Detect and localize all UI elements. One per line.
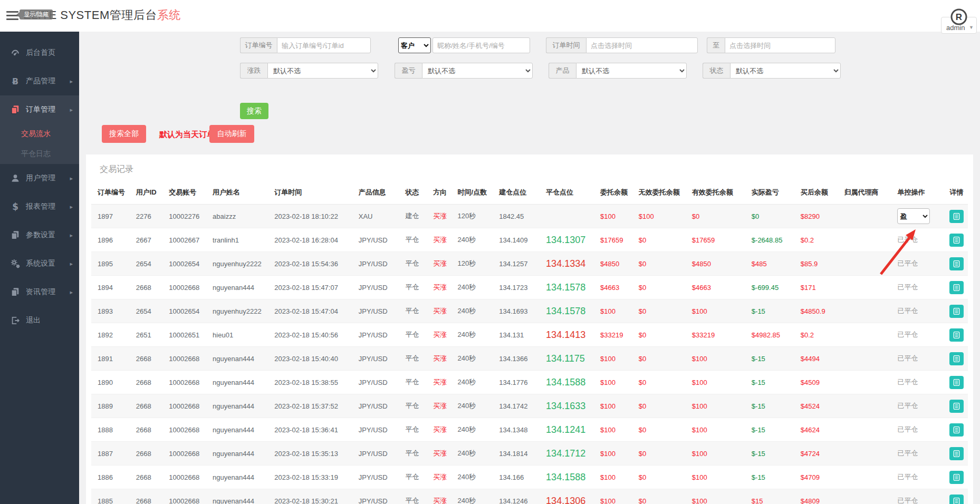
cell-entrust: $100 [600,426,616,434]
cell-duration: 120秒 [458,212,476,220]
cell-user-name: nguyenan444 [213,284,254,292]
cell-product: JPY/USD [359,355,388,363]
cell-valid-entrust: $100 [692,426,707,434]
cell-profit: $-15 [752,450,765,458]
trend-select[interactable]: 默认不选 [267,63,378,79]
cell-user-id: 2654 [136,260,151,268]
cell-direction: 买涨 [433,402,447,410]
top-header: ELITE SYSTEM管理后台系统 显示/隐藏 R admin ▼ [0,0,980,32]
sidebar-item-users[interactable]: 用户管理▸ [0,164,79,192]
sidebar-item-news[interactable]: 资讯管理▸ [0,278,79,306]
customer-type-select[interactable]: 客户 [398,37,431,53]
cell-product: JPY/USD [359,307,388,315]
time-to-input[interactable] [725,37,835,53]
sidebar-item-dashboard[interactable]: 后台首页 [0,38,79,67]
cell-status: 平仓 [406,378,419,386]
cell-direction: 买涨 [433,378,447,386]
table-row: 1896266710002667tranlinh12023-02-18 16:2… [91,228,968,252]
cell-account: 10002668 [169,450,199,458]
cell-after-balance: $4524 [801,402,820,410]
svg-text:Ƀ: Ƀ [12,76,18,86]
sidebar-item-logout[interactable]: 退出 [0,306,79,335]
closed-status: 已平仓 [897,425,918,433]
detail-button[interactable] [949,352,964,365]
table-body: 1897227610002276abaizzz2023-02-18 18:10:… [91,205,968,504]
sidebar-item-label: 报表管理 [26,202,70,211]
sidebar-subitem-trade-flow[interactable]: 交易流水 [0,124,79,144]
cell-order-no: 1891 [98,355,113,363]
column-header: 有效委托余额 [686,183,745,205]
search-all-button[interactable]: 搜索全部 [102,125,146,143]
cell-valid-entrust: $100 [692,497,707,504]
closed-status: 已平仓 [897,331,918,338]
detail-button[interactable] [949,234,964,247]
cell-order-no: 1885 [98,497,113,504]
sidebar-subitem-close-log[interactable]: 平仓日志 [0,144,79,164]
table-row: 1895265410002654nguyenhuy22222023-02-18 … [91,252,968,276]
cell-after-balance: $85.9 [801,260,818,268]
cell-invalid-entrust: $0 [639,450,646,458]
detail-button[interactable] [949,423,964,437]
order-no-input[interactable] [277,37,371,53]
cell-valid-entrust: $100 [692,473,707,481]
sidebar-item-system[interactable]: 系统设置▸ [0,249,79,278]
detail-button[interactable] [949,328,964,342]
sidebar-item-orders[interactable]: 订单管理▸ [0,95,79,124]
cell-product: JPY/USD [359,379,388,386]
cell-account: 10002667 [169,236,199,244]
product-select[interactable]: 默认不选 [576,63,687,79]
detail-button[interactable] [949,257,964,270]
cell-status: 平仓 [406,283,419,291]
order-control-select[interactable]: 盈 [897,208,930,224]
cell-product: JPY/USD [359,426,388,434]
status-select[interactable]: 默认不选 [730,63,841,79]
sidebar-item-products[interactable]: Ƀ产品管理▸ [0,67,79,95]
cell-profit: $-2648.85 [752,236,783,244]
time-from-input[interactable] [586,37,698,53]
cell-direction: 买涨 [433,283,447,291]
detail-button[interactable] [949,471,964,484]
cell-profit: $-15 [752,379,765,386]
admin-user-menu[interactable]: R admin ▼ [941,17,977,34]
detail-button[interactable] [949,400,964,413]
sidebar-item-params[interactable]: 参数设置▸ [0,221,79,249]
detail-button[interactable] [949,376,964,389]
closed-status: 已平仓 [897,402,918,410]
cell-order-no: 1893 [98,307,113,315]
auto-refresh-button[interactable]: 自动刷新 [209,125,254,143]
detail-button[interactable] [949,447,964,460]
closed-status: 已平仓 [897,497,918,504]
cell-entrust: $17659 [600,236,623,244]
table-row: 1890266810002668nguyenan4442023-02-18 15… [91,371,968,394]
cell-direction: 买涨 [433,497,447,504]
bitcoin-icon: Ƀ [11,76,20,86]
cell-close-point: 134.1241 [546,424,585,435]
detail-button[interactable] [949,210,964,223]
detail-button[interactable] [949,281,964,294]
cell-direction: 买涨 [433,331,447,338]
customer-input[interactable] [433,37,530,53]
detail-button[interactable] [949,495,964,504]
cell-user-id: 2668 [136,497,151,504]
cell-after-balance: $4809 [801,497,820,504]
search-button[interactable]: 搜索 [240,103,268,119]
cell-after-balance: $0.2 [801,331,814,339]
cell-open-point: 134.1693 [499,307,527,315]
closed-status: 已平仓 [897,378,918,386]
chevron-right-icon: ▸ [70,78,73,85]
cell-product: JPY/USD [359,497,388,504]
cell-status: 平仓 [406,236,419,244]
cell-account: 10002668 [169,355,199,363]
column-header: 产品信息 [352,183,399,205]
table-row: 1887266810002668nguyenan4442023-02-18 15… [91,442,968,466]
cell-profit: $485 [752,260,767,268]
cell-status: 平仓 [406,354,419,362]
cell-valid-entrust: $4850 [692,260,711,268]
profitloss-select[interactable]: 默认不选 [422,63,533,79]
cell-duration: 240秒 [458,283,476,291]
orders-icon [11,105,20,114]
detail-button[interactable] [949,305,964,318]
sidebar-item-reports[interactable]: $报表管理▸ [0,192,79,221]
cell-order-no: 1888 [98,426,113,434]
cell-duration: 120秒 [458,259,476,267]
